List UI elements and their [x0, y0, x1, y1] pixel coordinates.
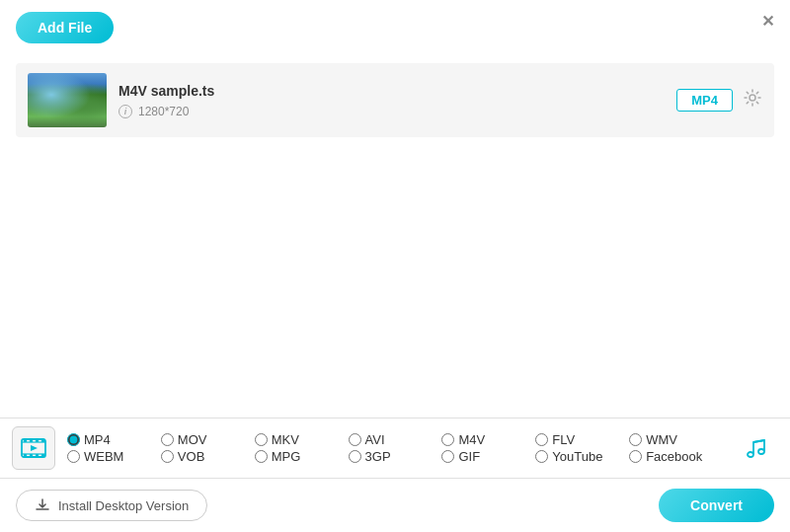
svg-rect-11	[36, 454, 39, 457]
format-option-facebook[interactable]: Facebook	[629, 449, 723, 464]
convert-button[interactable]: Convert	[659, 489, 774, 522]
format-label-facebook: Facebook	[646, 449, 702, 464]
format-label-webm: WEBM	[84, 449, 123, 464]
header: Add File ✕	[0, 0, 790, 55]
svg-rect-10	[30, 454, 33, 457]
format-label-m4v: M4V	[458, 432, 485, 447]
radio-m4v[interactable]	[441, 433, 454, 446]
install-desktop-label: Install Desktop Version	[58, 498, 189, 513]
radio-wmv[interactable]	[629, 433, 642, 446]
format-label-flv: FLV	[552, 432, 575, 447]
format-label-3gp: 3GP	[365, 449, 391, 464]
svg-rect-5	[24, 439, 27, 442]
file-meta: i 1280*720	[118, 105, 665, 118]
file-actions: MP4	[676, 88, 762, 113]
file-item: M4V sample.ts i 1280*720 MP4	[16, 63, 774, 137]
svg-point-0	[750, 95, 755, 101]
format-label-avi: AVI	[365, 432, 385, 447]
radio-mov[interactable]	[161, 433, 174, 446]
format-option-3gp[interactable]: 3GP	[349, 449, 442, 464]
svg-rect-12	[41, 454, 44, 457]
radio-gif[interactable]	[441, 450, 454, 463]
add-file-button[interactable]: Add File	[16, 12, 114, 43]
format-option-avi[interactable]: AVI	[349, 432, 442, 447]
radio-vob[interactable]	[161, 450, 174, 463]
format-option-gif[interactable]: GIF	[441, 449, 535, 464]
file-thumbnail	[28, 73, 107, 127]
file-name: M4V sample.ts	[118, 83, 665, 99]
svg-rect-6	[30, 439, 33, 442]
audio-format-tab[interactable]	[735, 426, 778, 470]
format-label-youtube: YouTube	[552, 449, 602, 464]
svg-marker-13	[31, 445, 38, 451]
format-label-mp4: MP4	[84, 432, 111, 447]
format-options: MP4 MOV MKV AVI M4V FLV	[63, 432, 727, 464]
radio-avi[interactable]	[349, 433, 361, 446]
radio-mp4[interactable]	[67, 433, 80, 446]
format-option-wmv[interactable]: WMV	[629, 432, 723, 447]
radio-youtube[interactable]	[535, 450, 548, 463]
format-option-flv[interactable]: FLV	[535, 432, 629, 447]
bottom-panel: MP4 MOV MKV AVI M4V FLV	[0, 418, 790, 532]
format-label-gif: GIF	[458, 449, 480, 464]
svg-rect-9	[24, 454, 27, 457]
file-resolution: 1280*720	[138, 105, 189, 118]
video-format-tab[interactable]	[12, 426, 55, 470]
format-label-mkv: MKV	[272, 432, 299, 447]
info-icon: i	[118, 105, 132, 118]
format-option-mkv[interactable]: MKV	[255, 432, 349, 447]
film-icon	[20, 434, 47, 462]
close-button[interactable]: ✕	[761, 12, 774, 31]
radio-flv[interactable]	[535, 433, 548, 446]
format-option-youtube[interactable]: YouTube	[535, 449, 629, 464]
file-list: M4V sample.ts i 1280*720 MP4	[0, 55, 790, 145]
format-selector: MP4 MOV MKV AVI M4V FLV	[0, 418, 790, 479]
svg-line-14	[753, 440, 764, 442]
download-icon	[35, 497, 50, 513]
radio-3gp[interactable]	[349, 450, 361, 463]
thumbnail-image	[28, 73, 107, 127]
format-label-wmv: WMV	[646, 432, 677, 447]
bottom-bar: Install Desktop Version Convert	[0, 479, 790, 532]
radio-mkv[interactable]	[255, 433, 268, 446]
format-option-vob[interactable]: VOB	[161, 449, 255, 464]
format-option-webm[interactable]: WEBM	[67, 449, 161, 464]
format-label-vob: VOB	[178, 449, 204, 464]
format-badge[interactable]: MP4	[676, 89, 733, 112]
radio-facebook[interactable]	[629, 450, 642, 463]
settings-button[interactable]	[743, 88, 762, 113]
format-label-mpg: MPG	[272, 449, 301, 464]
radio-mpg[interactable]	[255, 450, 268, 463]
format-label-mov: MOV	[178, 432, 207, 447]
svg-rect-8	[41, 439, 44, 442]
svg-rect-7	[36, 439, 39, 442]
music-note-icon	[743, 434, 770, 462]
format-option-m4v[interactable]: M4V	[441, 432, 535, 447]
install-desktop-button[interactable]: Install Desktop Version	[16, 490, 207, 521]
format-option-mov[interactable]: MOV	[161, 432, 255, 447]
file-info: M4V sample.ts i 1280*720	[118, 83, 665, 118]
format-option-mpg[interactable]: MPG	[255, 449, 349, 464]
gear-icon	[743, 88, 762, 108]
format-option-mp4[interactable]: MP4	[67, 432, 161, 447]
radio-webm[interactable]	[67, 450, 80, 463]
